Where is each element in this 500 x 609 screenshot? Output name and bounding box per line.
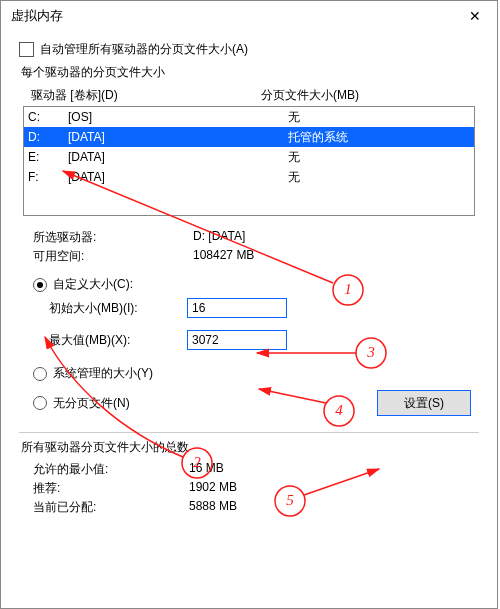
divider	[19, 432, 479, 433]
drive-label: [OS]	[68, 108, 288, 126]
per-drive-heading: 每个驱动器的分页文件大小	[21, 64, 479, 81]
pagefile-size: 无	[288, 168, 300, 186]
custom-size-radio[interactable]	[33, 278, 47, 292]
custom-size-radio-label: 自定义大小(C):	[53, 276, 133, 293]
header-drive-name: 驱动器 [卷标](D)	[31, 87, 261, 104]
selected-drive-value: D: [DATA]	[193, 229, 245, 246]
selected-drive-line: 所选驱动器: D: [DATA]	[19, 228, 479, 247]
totals-heading: 所有驱动器分页文件大小的总数	[21, 439, 479, 456]
pagefile-size: 无	[288, 108, 300, 126]
close-icon: ✕	[469, 8, 481, 24]
auto-manage-row[interactable]: 自动管理所有驱动器的分页文件大小(A)	[19, 41, 479, 58]
drive-label: [DATA]	[68, 148, 288, 166]
free-space-label: 可用空间:	[33, 248, 193, 265]
pagefile-size: 无	[288, 148, 300, 166]
drive-letter: C:	[28, 108, 68, 126]
totals-cur-line: 当前已分配: 5888 MB	[19, 498, 479, 517]
system-managed-radio[interactable]	[33, 367, 47, 381]
totals-rec-value: 1902 MB	[189, 480, 237, 497]
drive-letter: D:	[28, 128, 68, 146]
drive-label: [DATA]	[68, 168, 288, 186]
system-managed-radio-label: 系统管理的大小(Y)	[53, 365, 153, 382]
totals-rec-line: 推荐: 1902 MB	[19, 479, 479, 498]
drive-list-header: 驱动器 [卷标](D) 分页文件大小(MB)	[19, 85, 479, 106]
initial-size-label: 初始大小(MB)(I):	[49, 300, 187, 317]
totals-min-value: 16 MB	[189, 461, 224, 478]
virtual-memory-dialog: 虚拟内存 ✕ 自动管理所有驱动器的分页文件大小(A) 每个驱动器的分页文件大小 …	[0, 0, 498, 609]
no-pagefile-radio[interactable]	[33, 396, 47, 410]
totals-rec-label: 推荐:	[33, 480, 189, 497]
totals-cur-value: 5888 MB	[189, 499, 237, 516]
initial-size-line: 初始大小(MB)(I):	[19, 295, 479, 321]
table-row[interactable]: D: [DATA] 托管的系统	[24, 127, 474, 147]
drive-label: [DATA]	[68, 128, 288, 146]
table-row[interactable]: F: [DATA] 无	[24, 167, 474, 187]
no-pagefile-radio-row[interactable]: 无分页文件(N) 设置(S)	[19, 388, 479, 418]
max-size-input[interactable]	[187, 330, 287, 350]
drive-list[interactable]: C: [OS] 无 D: [DATA] 托管的系统 E: [DATA] 无 F:…	[23, 106, 475, 216]
close-button[interactable]: ✕	[453, 1, 497, 31]
drive-letter: F:	[28, 168, 68, 186]
window-title: 虚拟内存	[11, 7, 453, 25]
max-size-label: 最大值(MB)(X):	[49, 332, 187, 349]
dialog-content: 自动管理所有驱动器的分页文件大小(A) 每个驱动器的分页文件大小 驱动器 [卷标…	[11, 31, 487, 608]
auto-manage-label: 自动管理所有驱动器的分页文件大小(A)	[40, 41, 248, 58]
set-button[interactable]: 设置(S)	[377, 390, 471, 416]
totals-min-line: 允许的最小值: 16 MB	[19, 460, 479, 479]
no-pagefile-radio-label: 无分页文件(N)	[53, 395, 130, 412]
totals-min-label: 允许的最小值:	[33, 461, 189, 478]
max-size-line: 最大值(MB)(X):	[19, 327, 479, 353]
initial-size-input[interactable]	[187, 298, 287, 318]
set-button-label: 设置(S)	[404, 395, 444, 412]
drive-letter: E:	[28, 148, 68, 166]
system-managed-radio-row[interactable]: 系统管理的大小(Y)	[19, 363, 479, 384]
header-pagefile-size: 分页文件大小(MB)	[261, 87, 359, 104]
selected-drive-label: 所选驱动器:	[33, 229, 193, 246]
free-space-line: 可用空间: 108427 MB	[19, 247, 479, 266]
pagefile-size: 托管的系统	[288, 128, 348, 146]
table-row[interactable]: E: [DATA] 无	[24, 147, 474, 167]
custom-size-radio-row[interactable]: 自定义大小(C):	[19, 274, 479, 295]
totals-cur-label: 当前已分配:	[33, 499, 189, 516]
free-space-value: 108427 MB	[193, 248, 254, 265]
auto-manage-checkbox[interactable]	[19, 42, 34, 57]
titlebar: 虚拟内存 ✕	[1, 1, 497, 31]
table-row[interactable]: C: [OS] 无	[24, 107, 474, 127]
